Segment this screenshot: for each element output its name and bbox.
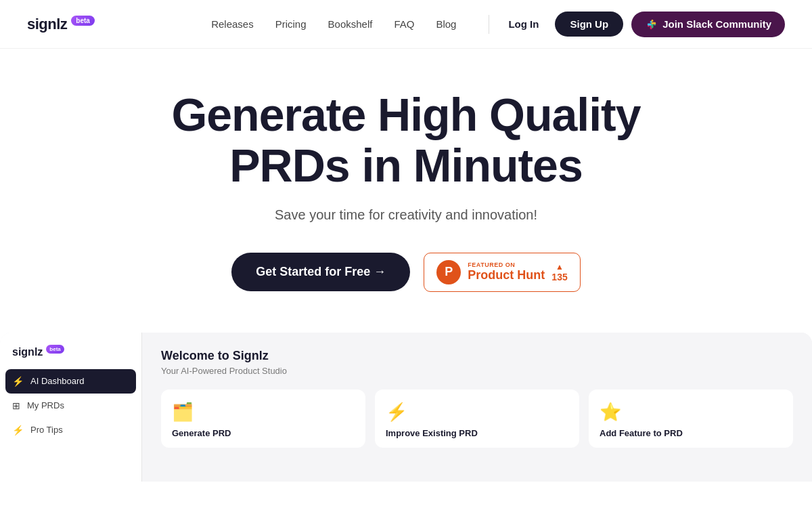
preview-feature-card-improve[interactable]: ⚡ Improve Existing PRD [375,389,579,448]
signup-button[interactable]: Sign Up [555,12,623,37]
improve-prd-icon: ⚡ [386,402,568,423]
hero-section: Generate High Quality PRDs in Minutes Sa… [0,49,812,319]
nav-actions: Log In Sign Up Join Slack Community [500,12,785,37]
slack-button-label: Join Slack Community [662,18,771,30]
navbar: signlz beta Releases Pricing Bookshelf F… [0,0,812,49]
preview-sidebar-label-prds: My PRDs [27,400,64,410]
product-hunt-name: Product Hunt [468,268,545,282]
add-feature-title: Add Feature to PRD [600,428,782,438]
preview-sidebar-label-dashboard: AI Dashboard [30,376,85,386]
preview-logo-text: signlz [12,346,43,358]
hero-title: Generate High Quality PRDs in Minutes [135,89,677,191]
preview-sidebar-item-prds[interactable]: ⊞ My PRDs [0,394,141,418]
preview-main-title: Welcome to Signlz [161,349,793,363]
my-prds-icon: ⊞ [12,400,20,411]
product-hunt-logo: P [436,260,461,284]
get-started-button[interactable]: Get Started for Free → [231,253,410,291]
ai-dashboard-icon: ⚡ [12,376,24,387]
beta-badge: beta [71,16,95,26]
preview-main: Welcome to Signlz Your AI-Powered Produc… [142,333,812,482]
product-hunt-badge[interactable]: P FEATURED ON Product Hunt ▲ 135 [424,253,580,292]
preview-logo: signlz beta [0,346,141,369]
slack-icon [645,18,657,30]
hero-subtitle: Save your time for creativity and innova… [275,207,537,223]
preview-sidebar-item-tips[interactable]: ⚡ Pro Tips [0,418,141,442]
hero-ctas: Get Started for Free → P FEATURED ON Pro… [231,253,580,292]
pro-tips-icon: ⚡ [12,425,24,436]
nav-divider [489,15,489,34]
generate-prd-title: Generate PRD [172,428,355,438]
nav-link-releases[interactable]: Releases [211,18,254,30]
preview-sidebar: signlz beta ⚡ AI Dashboard ⊞ My PRDs ⚡ P… [0,333,142,482]
app-preview-section: signlz beta ⚡ AI Dashboard ⊞ My PRDs ⚡ P… [0,333,812,482]
logo: signlz beta [27,16,95,33]
login-button[interactable]: Log In [500,13,547,35]
nav-link-faq[interactable]: FAQ [394,18,414,30]
nav-link-pricing[interactable]: Pricing [275,18,307,30]
generate-prd-icon: 🗂️ [172,402,355,423]
preview-sidebar-label-tips: Pro Tips [30,425,63,435]
preview-card: signlz beta ⚡ AI Dashboard ⊞ My PRDs ⚡ P… [0,333,812,482]
preview-feature-cards: 🗂️ Generate PRD ⚡ Improve Existing PRD ⭐… [161,389,793,448]
nav-links: Releases Pricing Bookshelf FAQ Blog [211,18,456,30]
preview-feature-card-generate[interactable]: 🗂️ Generate PRD [161,389,365,448]
add-feature-icon: ⭐ [600,402,782,423]
nav-link-bookshelf[interactable]: Bookshelf [328,18,373,30]
improve-prd-title: Improve Existing PRD [386,428,568,438]
nav-link-blog[interactable]: Blog [436,18,456,30]
ph-arrow-icon: ▲ [556,262,564,272]
slack-button[interactable]: Join Slack Community [631,12,785,37]
product-hunt-label: FEATURED ON [468,261,515,268]
preview-sidebar-item-dashboard[interactable]: ⚡ AI Dashboard [5,369,136,394]
logo-text: signlz [27,16,67,33]
preview-feature-card-add-feature[interactable]: ⭐ Add Feature to PRD [589,389,793,448]
preview-beta-badge: beta [46,345,64,354]
preview-main-subtitle: Your AI-Powered Product Studio [161,366,793,376]
product-hunt-text: FEATURED ON Product Hunt [468,261,545,282]
ph-vote-count: 135 [551,272,567,282]
product-hunt-votes: ▲ 135 [551,262,567,282]
